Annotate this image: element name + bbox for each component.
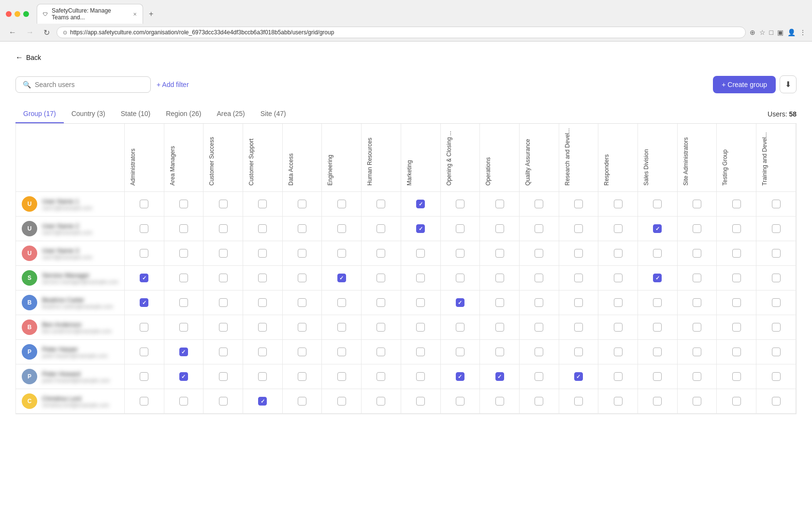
checkbox[interactable] — [495, 397, 504, 406]
search-box[interactable]: 🔍 — [15, 76, 151, 93]
tab-site[interactable]: Site (47) — [253, 105, 294, 123]
checkbox[interactable] — [179, 323, 188, 332]
checkbox[interactable] — [416, 298, 425, 307]
checkbox-cell-8-0[interactable] — [124, 389, 164, 414]
checkbox[interactable] — [495, 298, 504, 307]
checkbox-cell-0-1[interactable] — [164, 192, 203, 217]
checkbox[interactable] — [732, 249, 741, 258]
checkbox-cell-0-6[interactable] — [362, 192, 401, 217]
checkbox-cell-4-2[interactable] — [203, 290, 243, 315]
url-bar[interactable]: ⊙ https://app.safetyculture.com/organisa… — [57, 27, 746, 38]
checkbox-cell-4-7[interactable] — [401, 290, 440, 315]
checkbox-cell-6-6[interactable] — [362, 340, 401, 364]
checkbox-cell-8-14[interactable] — [677, 389, 717, 414]
checkbox[interactable] — [772, 224, 781, 233]
checkbox-cell-4-8[interactable] — [440, 290, 480, 315]
checkbox[interactable] — [574, 348, 583, 356]
tab-close-icon[interactable]: ✕ — [133, 12, 137, 17]
checkbox[interactable] — [772, 372, 781, 381]
checkbox[interactable] — [653, 372, 662, 381]
checkbox-cell-4-1[interactable] — [164, 290, 203, 315]
checkbox[interactable] — [377, 348, 385, 356]
checkbox[interactable] — [772, 200, 781, 208]
checkbox-cell-7-6[interactable] — [362, 364, 401, 389]
checkbox[interactable] — [456, 200, 464, 208]
checkbox[interactable] — [574, 249, 583, 258]
checkbox-cell-8-4[interactable] — [282, 389, 322, 414]
checkbox[interactable] — [495, 348, 504, 356]
checkbox-cell-1-13[interactable] — [638, 217, 678, 241]
checkbox[interactable] — [219, 348, 228, 356]
checkbox-cell-0-9[interactable] — [480, 192, 520, 217]
tab-region[interactable]: Region (26) — [158, 105, 209, 123]
add-filter-button[interactable]: + Add filter — [157, 81, 189, 88]
checkbox-cell-3-10[interactable] — [519, 266, 559, 290]
checkbox[interactable] — [377, 200, 385, 208]
checkbox-cell-7-10[interactable] — [519, 364, 559, 389]
tab-group[interactable]: Group (17) — [15, 105, 64, 123]
checkbox[interactable] — [258, 200, 267, 208]
checkbox[interactable] — [535, 200, 543, 208]
checkbox[interactable] — [693, 397, 701, 406]
checkbox[interactable] — [377, 397, 385, 406]
checkbox-cell-3-14[interactable] — [677, 266, 717, 290]
checkbox-cell-7-5[interactable] — [322, 364, 362, 389]
checkbox-cell-0-12[interactable] — [598, 192, 638, 217]
checkbox[interactable] — [693, 323, 701, 332]
checkbox[interactable] — [179, 397, 188, 406]
checkbox[interactable] — [298, 224, 306, 233]
checkbox-cell-8-3[interactable] — [243, 389, 283, 414]
checkbox-cell-8-11[interactable] — [559, 389, 598, 414]
checkbox[interactable] — [653, 323, 662, 332]
checkbox-cell-7-11[interactable] — [559, 364, 598, 389]
checkbox-cell-8-2[interactable] — [203, 389, 243, 414]
checkbox-cell-7-12[interactable] — [598, 364, 638, 389]
checkbox-cell-6-1[interactable] — [164, 340, 203, 364]
checkbox[interactable] — [772, 298, 781, 307]
checkbox[interactable] — [377, 323, 385, 332]
checkbox-cell-1-9[interactable] — [480, 217, 520, 241]
checkbox[interactable] — [456, 323, 464, 332]
checkbox[interactable] — [258, 298, 267, 307]
checkbox[interactable] — [337, 200, 346, 208]
checkbox[interactable] — [140, 298, 148, 307]
checkbox-cell-1-16[interactable] — [756, 217, 796, 241]
checkbox-cell-2-0[interactable] — [124, 241, 164, 266]
checkbox[interactable] — [140, 249, 148, 258]
checkbox-cell-7-13[interactable] — [638, 364, 678, 389]
checkbox-cell-5-4[interactable] — [282, 315, 322, 340]
checkbox[interactable] — [574, 200, 583, 208]
checkbox-cell-4-3[interactable] — [243, 290, 283, 315]
checkbox-cell-2-16[interactable] — [756, 241, 796, 266]
checkbox[interactable] — [140, 348, 148, 356]
checkbox[interactable] — [179, 372, 188, 381]
checkbox-cell-2-3[interactable] — [243, 241, 283, 266]
checkbox[interactable] — [377, 372, 385, 381]
checkbox-cell-3-0[interactable] — [124, 266, 164, 290]
checkbox[interactable] — [219, 200, 228, 208]
checkbox-cell-5-6[interactable] — [362, 315, 401, 340]
checkbox[interactable] — [179, 249, 188, 258]
checkbox[interactable] — [614, 200, 623, 208]
checkbox-cell-6-15[interactable] — [717, 340, 756, 364]
checkbox-cell-7-9[interactable] — [480, 364, 520, 389]
checkbox[interactable] — [614, 372, 623, 381]
checkbox-cell-0-4[interactable] — [282, 192, 322, 217]
checkbox-cell-6-8[interactable] — [440, 340, 480, 364]
checkbox-cell-2-10[interactable] — [519, 241, 559, 266]
checkbox[interactable] — [772, 348, 781, 356]
checkbox-cell-7-16[interactable] — [756, 364, 796, 389]
checkbox-cell-1-14[interactable] — [677, 217, 717, 241]
checkbox-cell-1-12[interactable] — [598, 217, 638, 241]
checkbox[interactable] — [258, 372, 267, 381]
checkbox[interactable] — [258, 249, 267, 258]
checkbox[interactable] — [258, 224, 267, 233]
checkbox[interactable] — [772, 249, 781, 258]
checkbox[interactable] — [535, 348, 543, 356]
checkbox-cell-3-3[interactable] — [243, 266, 283, 290]
checkbox[interactable] — [614, 348, 623, 356]
checkbox-cell-6-9[interactable] — [480, 340, 520, 364]
checkbox[interactable] — [614, 249, 623, 258]
checkbox-cell-3-15[interactable] — [717, 266, 756, 290]
checkbox[interactable] — [337, 348, 346, 356]
